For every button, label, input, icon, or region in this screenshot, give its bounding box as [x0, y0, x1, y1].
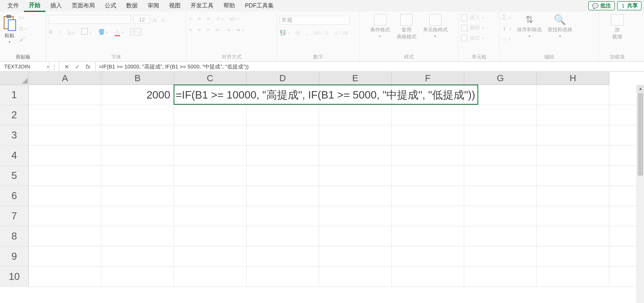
- cell-E9[interactable]: [319, 247, 392, 266]
- italic-button[interactable]: I: [59, 29, 61, 35]
- cell-A8[interactable]: [29, 226, 101, 246]
- cell-E8[interactable]: [319, 226, 392, 246]
- cell-B8[interactable]: [101, 226, 174, 246]
- comments-button[interactable]: 💬 批注: [588, 1, 615, 10]
- decrease-font-icon[interactable]: Aˇ: [161, 16, 165, 23]
- tab-view[interactable]: 视图: [164, 0, 186, 11]
- indent-increase-icon[interactable]: ⇥: [226, 27, 230, 33]
- formula-bar-options-icon[interactable]: ⋮: [49, 62, 59, 71]
- column-header-G[interactable]: G: [464, 72, 537, 85]
- wrap-text-icon[interactable]: ab⤶: [229, 16, 240, 22]
- cell-C3[interactable]: [174, 125, 247, 145]
- cell-B7[interactable]: [101, 206, 174, 226]
- font-color-button[interactable]: A ▾: [115, 29, 123, 35]
- cell-B4[interactable]: [101, 146, 174, 165]
- addins-button[interactable]: 加 载项: [611, 12, 623, 40]
- row-header-1[interactable]: 1: [0, 85, 29, 105]
- format-cells-button[interactable]: 格式▾: [461, 35, 484, 42]
- cell-F3[interactable]: [392, 125, 464, 145]
- align-bottom-icon[interactable]: ≡: [207, 16, 210, 22]
- cell-G4[interactable]: [464, 146, 537, 165]
- cell-A7[interactable]: [29, 206, 101, 226]
- confirm-formula-icon[interactable]: ✓: [75, 63, 80, 70]
- cell-E2[interactable]: [319, 105, 392, 125]
- cell-F8[interactable]: [392, 226, 464, 246]
- cell-H1[interactable]: [537, 85, 609, 105]
- cell-A10[interactable]: [29, 267, 101, 287]
- row-header-10[interactable]: 10: [0, 267, 29, 287]
- fill-color-button[interactable]: 🪣 ▾: [98, 29, 108, 35]
- cell-D10[interactable]: [247, 267, 319, 287]
- cell-B10[interactable]: [101, 267, 174, 287]
- copy-icon[interactable]: ⧉ ▾: [19, 25, 27, 32]
- cell-D5[interactable]: [247, 166, 319, 186]
- cell-H7[interactable]: [537, 206, 609, 226]
- cell-E7[interactable]: [319, 206, 392, 226]
- cell-A1[interactable]: [29, 85, 101, 105]
- tab-layout[interactable]: 页面布局: [67, 0, 100, 11]
- align-right-icon[interactable]: ≡: [207, 27, 210, 33]
- cell-F10[interactable]: [392, 267, 464, 287]
- cell-G5[interactable]: [464, 166, 537, 186]
- row-header-9[interactable]: 9: [0, 247, 29, 267]
- scroll-thumb[interactable]: [638, 93, 643, 176]
- cell-G9[interactable]: [464, 247, 537, 266]
- cell-C5[interactable]: [174, 166, 247, 186]
- cell-C7[interactable]: [174, 206, 247, 226]
- tab-formula[interactable]: 公式: [100, 0, 121, 11]
- cell-H6[interactable]: [537, 186, 609, 206]
- find-select-button[interactable]: 🔍 查找和选择 ▾: [548, 12, 572, 38]
- cell-A3[interactable]: [29, 125, 101, 145]
- column-header-B[interactable]: B: [101, 72, 174, 85]
- cell-A4[interactable]: [29, 146, 101, 165]
- cell-D6[interactable]: [247, 186, 319, 206]
- comma-icon[interactable]: ,: [306, 30, 308, 36]
- vertical-scrollbar[interactable]: ▲: [637, 85, 644, 303]
- cell-B9[interactable]: [101, 247, 174, 266]
- increase-font-icon[interactable]: A^: [153, 15, 159, 23]
- insert-function-icon[interactable]: fx: [86, 63, 90, 70]
- row-header-7[interactable]: 7: [0, 206, 29, 226]
- format-painter-icon[interactable]: 🖌: [19, 35, 27, 43]
- tab-review[interactable]: 审阅: [143, 0, 164, 11]
- cell-C10[interactable]: [174, 267, 247, 287]
- cell-G2[interactable]: [464, 105, 537, 125]
- cell-G10[interactable]: [464, 267, 537, 287]
- chevron-down-icon[interactable]: ▾: [47, 65, 49, 69]
- row-header-5[interactable]: 5: [0, 166, 29, 186]
- cell-E5[interactable]: [319, 166, 392, 186]
- cell-F7[interactable]: [392, 206, 464, 226]
- share-button[interactable]: ⇪ 共享: [617, 1, 642, 10]
- cell-F5[interactable]: [392, 166, 464, 186]
- cell-D8[interactable]: [247, 226, 319, 246]
- cell-B6[interactable]: [101, 186, 174, 206]
- cell-G3[interactable]: [464, 125, 537, 145]
- fill-button[interactable]: ⬇▾: [502, 26, 511, 32]
- insert-cells-button[interactable]: 插入▾: [461, 14, 484, 21]
- cell-C1[interactable]: =IF(B1 >= 10000, "高提成", IF(B1 >= 5000, "…: [174, 85, 247, 105]
- delete-cells-button[interactable]: 删除▾: [461, 24, 484, 31]
- cell-F6[interactable]: [392, 186, 464, 206]
- border-button[interactable]: ▾: [81, 28, 92, 36]
- scroll-up-icon[interactable]: ▲: [637, 85, 644, 92]
- column-header-E[interactable]: E: [319, 72, 392, 85]
- cell-C9[interactable]: [174, 247, 247, 266]
- orientation-icon[interactable]: ↗ ▾: [216, 16, 224, 22]
- row-header-2[interactable]: 2: [0, 105, 29, 125]
- paste-button[interactable]: 粘贴 ▾: [2, 12, 16, 44]
- cell-A9[interactable]: [29, 247, 101, 266]
- tab-insert[interactable]: 插入: [45, 0, 67, 11]
- row-header-6[interactable]: 6: [0, 186, 29, 206]
- number-format-select[interactable]: [280, 16, 350, 25]
- font-size-input[interactable]: [134, 15, 150, 24]
- sort-filter-button[interactable]: ⇅ 排序和筛选 ▾: [517, 12, 542, 38]
- cell-G6[interactable]: [464, 186, 537, 206]
- cell-F9[interactable]: [392, 247, 464, 266]
- tab-file[interactable]: 文件: [2, 0, 24, 11]
- font-family-select[interactable]: [49, 15, 131, 24]
- cell-G7[interactable]: [464, 206, 537, 226]
- tab-home[interactable]: 开始: [24, 0, 45, 12]
- column-header-F[interactable]: F: [392, 72, 464, 85]
- cell-H3[interactable]: [537, 125, 609, 145]
- cell-B5[interactable]: [101, 166, 174, 186]
